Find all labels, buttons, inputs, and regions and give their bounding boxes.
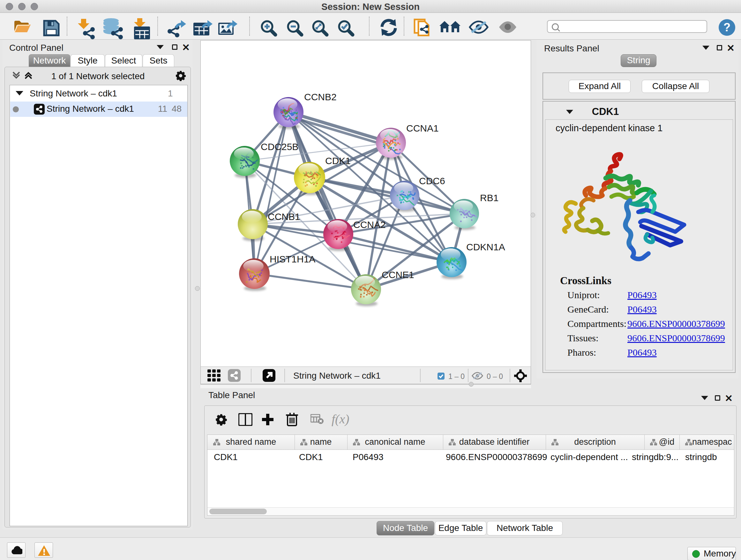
svg-text:RB1: RB1 (480, 192, 498, 203)
svg-text:CDK1: CDK1 (325, 155, 351, 166)
svg-text:CCNB1: CCNB1 (268, 211, 300, 222)
svg-text:CDC25B: CDC25B (261, 141, 298, 152)
svg-text:CCNB2: CCNB2 (304, 91, 337, 102)
svg-text:CCNA2: CCNA2 (353, 219, 386, 230)
svg-text:CCNE1: CCNE1 (382, 269, 414, 280)
svg-text:CDKN1A: CDKN1A (466, 242, 505, 252)
svg-text:HIST1H1A: HIST1H1A (270, 254, 315, 264)
svg-text:?: ? (724, 21, 731, 34)
svg-text:CDC6: CDC6 (419, 176, 445, 186)
svg-text:CCNA1: CCNA1 (406, 123, 439, 133)
